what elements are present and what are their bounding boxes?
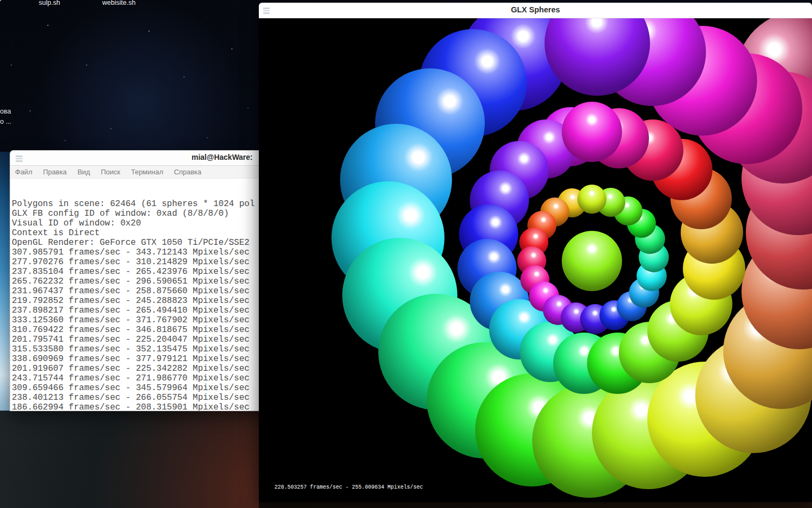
glx-titlebar[interactable]: GLX Spheres (259, 3, 812, 18)
hamburger-menu-icon[interactable] (16, 154, 23, 163)
glx-spheres-window: GLX Spheres 228.503257 frames/sec - 255.… (259, 3, 812, 502)
desktop-icon-label-webisite[interactable]: webisite.sh (102, 0, 136, 6)
glx-sphere (577, 185, 606, 214)
menu-item-file[interactable]: Файл (15, 168, 32, 176)
menu-item-edit[interactable]: Правка (43, 168, 67, 176)
glx-render-canvas: 228.503257 frames/sec - 255.009634 Mpixe… (259, 18, 812, 502)
wallpaper-nebula (0, 0, 258, 161)
menu-item-terminal[interactable]: Терминал (131, 168, 163, 176)
wallpaper-road-bottom (259, 502, 812, 508)
wallpaper-ice-edge (0, 152, 10, 411)
glx-sphere (562, 102, 622, 162)
glx-status-text: 228.503257 frames/sec - 255.009634 Mpixe… (274, 484, 423, 490)
menu-item-help[interactable]: Справка (174, 168, 201, 176)
menu-item-view[interactable]: Вид (77, 168, 90, 176)
menu-item-search[interactable]: Поиск (101, 168, 120, 176)
glx-sphere (562, 231, 622, 291)
terminal-window-title: mial@HackWare: (192, 153, 253, 161)
glx-window-title: GLX Spheres (259, 5, 812, 14)
desktop-icon-label-partial-1[interactable]: ова (0, 108, 11, 115)
wallpaper-stars (0, 0, 1, 1)
desktop-icon-label-sulp[interactable]: sulp.sh (39, 0, 60, 6)
desktop-icon-label-partial-2[interactable]: о ... (0, 118, 11, 125)
wallpaper-road (0, 411, 259, 508)
